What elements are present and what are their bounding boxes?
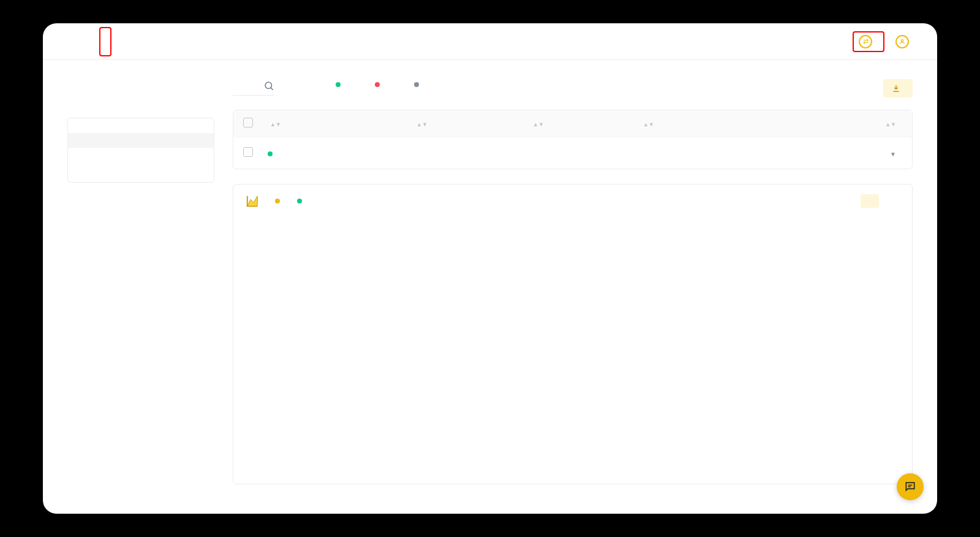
dot-green-icon <box>336 82 341 87</box>
download-button[interactable] <box>883 79 913 97</box>
highlight-algo: ⇄ <box>853 31 884 52</box>
dot-yellow-icon <box>275 199 280 204</box>
caret-down-icon: ▼ <box>890 151 896 158</box>
sort-icon: ▲▼ <box>533 121 544 128</box>
chat-icon <box>904 481 916 493</box>
sort-icon: ▲▼ <box>885 121 896 128</box>
period-h-button[interactable] <box>861 194 879 208</box>
period-d-button[interactable] <box>881 194 900 208</box>
sort-icon: ▲▼ <box>417 121 428 128</box>
chat-fab[interactable] <box>897 473 924 500</box>
swap-icon: ⇄ <box>859 35 872 48</box>
sort-icon: ▲▼ <box>270 121 281 128</box>
row-checkbox[interactable] <box>243 147 253 157</box>
filter-inactive[interactable] <box>375 78 383 97</box>
status-dot-icon <box>268 151 273 156</box>
legend-reject <box>297 199 309 204</box>
highlight-workers <box>99 27 111 56</box>
group-panel <box>67 118 214 183</box>
svg-point-0 <box>901 39 903 41</box>
group-all[interactable] <box>68 133 214 148</box>
hashrate-chart <box>246 214 900 478</box>
group-default[interactable] <box>68 148 214 162</box>
sort-icon: ▲▼ <box>643 121 654 128</box>
chart-icon <box>246 194 259 208</box>
worker-row[interactable]: ▼ <box>233 137 912 169</box>
download-icon <box>892 84 900 93</box>
dot-grey-icon <box>414 82 419 87</box>
svg-point-1 <box>265 82 272 89</box>
filter-dead[interactable] <box>414 78 423 97</box>
search-input[interactable] <box>233 80 274 96</box>
select-all-checkbox[interactable] <box>243 118 253 128</box>
user-icon <box>895 35 909 48</box>
algo-selector[interactable]: ⇄ <box>859 35 878 48</box>
workers-table: ▲▼ ▲▼ ▲▼ ▲▼ ▲▼ ▼ <box>233 110 913 169</box>
user-menu[interactable] <box>895 35 915 48</box>
legend-hashrate <box>275 199 287 204</box>
dot-green-icon <box>297 199 302 204</box>
add-group-button[interactable] <box>68 162 214 182</box>
chart-title <box>246 194 265 208</box>
dot-red-icon <box>375 82 380 87</box>
filter-active[interactable] <box>336 78 344 97</box>
search-icon <box>263 80 274 91</box>
